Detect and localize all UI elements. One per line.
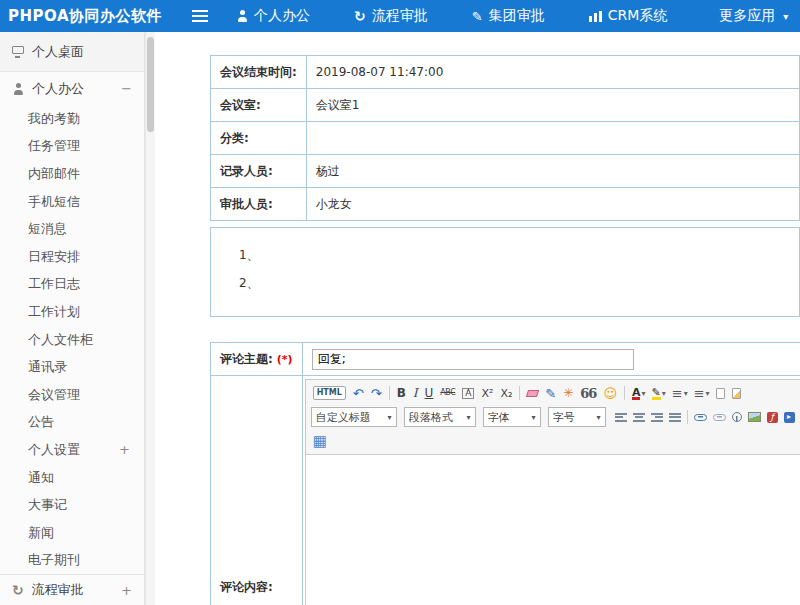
sidebar-item[interactable]: 电子期刊: [0, 547, 144, 575]
sidebar-item[interactable]: 工作日志: [0, 271, 144, 299]
insert-table-icon[interactable]: ▦: [311, 431, 329, 451]
align-center-icon[interactable]: [631, 407, 647, 427]
comment-subject-row: 评论主题:(*): [211, 343, 800, 376]
top-nav-item[interactable]: 更多应用 ▾: [711, 7, 788, 25]
sidebar-item-desktop[interactable]: 个人桌面: [0, 32, 144, 72]
ordered-list-icon[interactable]: ≡ ▾: [670, 383, 690, 403]
sidebar-item[interactable]: 日程安排: [0, 243, 144, 271]
top-nav: 个人办公 流程审批 集团审批 CRM系统: [236, 7, 788, 25]
align-left-icon[interactable]: [613, 407, 629, 427]
flash-icon[interactable]: ƒ: [765, 407, 780, 427]
editor-button-glyph: [526, 390, 539, 397]
sidebar-group-personal-office[interactable]: 个人办公 −: [0, 72, 144, 105]
sidebar-item-label: 短消息: [28, 220, 67, 238]
sidebar-scrollbar[interactable]: [145, 32, 155, 605]
editor-button-glyph: X²: [481, 388, 493, 399]
sidebar-item-label: 个人设置: [28, 441, 80, 459]
rich-text-editor: HTML ↶: [305, 379, 800, 605]
comment-form-table: 评论主题:(*) 评论内容:: [210, 342, 800, 605]
sidebar-item[interactable]: 新闻: [0, 519, 144, 547]
editor-button-glyph: B: [397, 387, 406, 399]
sidebar-item[interactable]: 通知: [0, 464, 144, 492]
remove-format-icon[interactable]: [525, 383, 541, 403]
media-icon[interactable]: ▸: [782, 407, 797, 427]
sidebar-item[interactable]: 任务管理: [0, 133, 144, 161]
underline-icon[interactable]: U: [423, 383, 437, 403]
font-color-icon[interactable]: A ▾: [630, 383, 648, 403]
sidebar-item[interactable]: 公告: [0, 409, 144, 437]
sidebar-item[interactable]: 个人设置 +: [0, 436, 144, 464]
editor-button-glyph: ▸: [784, 412, 795, 423]
chevron-down-icon: ▾: [641, 389, 645, 398]
editor-button-glyph: ABC: [440, 389, 455, 397]
sidebar-item[interactable]: 通讯录: [0, 353, 144, 381]
editor-button-glyph: ☺: [603, 387, 617, 400]
redo-icon[interactable]: ↷: [369, 383, 385, 403]
auto-typeset-icon[interactable]: ✳: [561, 383, 576, 403]
sidebar-item-label: 工作日志: [28, 275, 80, 293]
separator: [622, 383, 628, 403]
scrollbar-thumb[interactable]: [147, 37, 154, 132]
image-icon[interactable]: [746, 407, 763, 427]
editor-button-glyph: A: [462, 388, 474, 399]
separator: [517, 383, 523, 403]
sidebar-item[interactable]: 工作计划: [0, 298, 144, 326]
top-nav-item[interactable]: 个人办公: [236, 7, 318, 25]
sidebar-item[interactable]: 内部邮件: [0, 160, 144, 188]
top-nav-item[interactable]: CRM系统: [589, 7, 676, 25]
form-row-label: 审批人员:: [211, 188, 307, 221]
template-icon[interactable]: [730, 383, 744, 403]
hamburger-menu-icon[interactable]: [192, 10, 208, 22]
anchor-icon[interactable]: [730, 407, 744, 427]
unordered-list-icon[interactable]: ≡ ▾: [692, 383, 712, 403]
heading-select[interactable]: 自定义标题 ▾: [311, 407, 397, 427]
format-painter-icon[interactable]: ✎: [543, 383, 559, 403]
editor-button-glyph: HTML: [313, 386, 346, 400]
chevron-down-icon: ▾: [597, 413, 601, 422]
bold-icon[interactable]: B: [395, 383, 409, 403]
sidebar-item[interactable]: 短消息: [0, 215, 144, 243]
italic-icon[interactable]: I: [411, 383, 421, 403]
cycle-arrows-icon: [12, 583, 24, 598]
sidebar-item[interactable]: 会议管理: [0, 381, 144, 409]
editor-button-glyph: A: [632, 387, 641, 400]
sidebar-item[interactable]: 个人文件柜: [0, 326, 144, 354]
font-size-select[interactable]: 字号 ▾: [548, 407, 606, 427]
form-row-label: 分类:: [211, 122, 307, 155]
sidebar-group-flow-approval[interactable]: 流程审批 +: [0, 574, 144, 605]
sidebar-item[interactable]: 我的考勤: [0, 105, 144, 133]
blockquote-icon[interactable]: 66: [578, 383, 599, 403]
new-page-icon[interactable]: [714, 383, 728, 403]
form-row: 审批人员: 小龙女: [211, 188, 800, 221]
editor-button-glyph: ↷: [371, 387, 382, 400]
collapse-icon[interactable]: −: [121, 81, 132, 96]
background-color-icon[interactable]: ✎ ▾: [650, 383, 668, 403]
top-nav-item[interactable]: 集团审批: [472, 7, 553, 25]
expand-icon[interactable]: +: [121, 583, 132, 598]
link-icon[interactable]: [692, 407, 709, 427]
superscript-icon[interactable]: X²: [479, 383, 496, 403]
sidebar-item[interactable]: 大事记: [0, 491, 144, 519]
align-right-icon[interactable]: [649, 407, 665, 427]
editor-button-glyph: [716, 388, 725, 399]
undo-icon[interactable]: ↶: [351, 383, 367, 403]
html-source-button[interactable]: HTML: [311, 383, 349, 403]
sidebar: 个人桌面 个人办公 − 我的考勤 任务管理: [0, 32, 145, 605]
comment-subject-input[interactable]: [312, 349, 634, 370]
char-border-icon[interactable]: A: [460, 383, 477, 403]
sidebar-item[interactable]: 手机短信: [0, 188, 144, 216]
dropdown-label: 字号: [553, 410, 575, 425]
paragraph-format-select[interactable]: 段落格式 ▾: [404, 407, 476, 427]
sidebar-item-label: 日程安排: [28, 248, 80, 266]
note-line: 1、: [239, 241, 799, 269]
app-title: PHPOA协同办公软件: [0, 7, 192, 26]
top-nav-item[interactable]: 流程审批: [354, 7, 436, 25]
font-family-select[interactable]: 字体 ▾: [483, 407, 541, 427]
emoticon-icon[interactable]: ☺: [601, 383, 620, 403]
editor-content-area[interactable]: [306, 455, 800, 605]
chevron-down-icon: ▾: [783, 11, 788, 22]
unlink-icon[interactable]: [711, 407, 728, 427]
subscript-icon[interactable]: X₂: [498, 383, 515, 403]
strikethrough-icon[interactable]: ABC: [438, 383, 458, 403]
align-justify-icon[interactable]: [667, 407, 683, 427]
